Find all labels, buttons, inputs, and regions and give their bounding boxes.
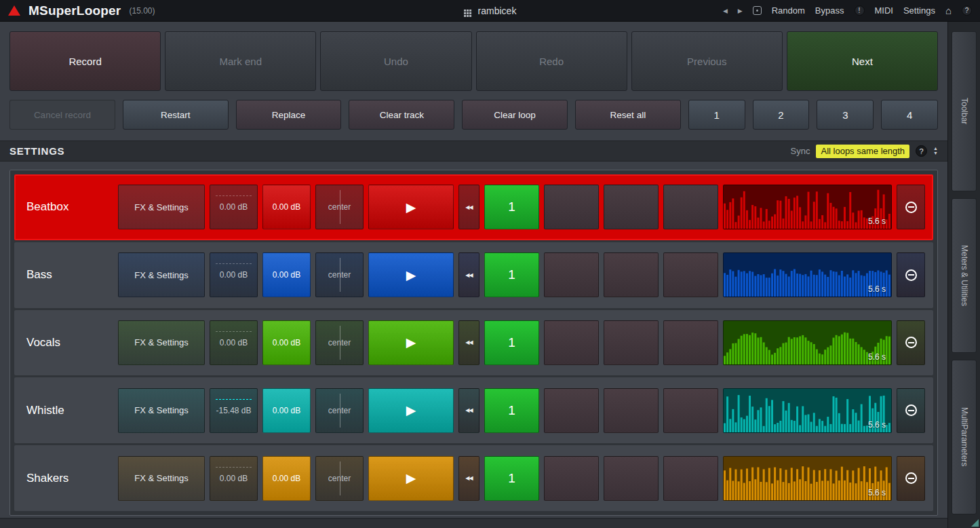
sidebar-panel-multiparameters[interactable]: MultiParameters [952, 360, 977, 514]
fx-settings-button[interactable]: FX & Settings [118, 252, 205, 297]
input-gain-field[interactable]: 0.00 dB [210, 320, 258, 365]
volume-field[interactable]: 0.00 dB [262, 252, 311, 297]
rewind-button[interactable]: ◀◀ [458, 252, 479, 297]
waveform-display[interactable]: 5.6 s [723, 252, 892, 297]
record-button[interactable]: Record [9, 31, 161, 91]
remove-track-button[interactable] [897, 320, 925, 365]
waveform-display[interactable]: 5.6 s [723, 456, 892, 501]
mark-end-button[interactable]: Mark end [165, 31, 316, 91]
next-preset-button[interactable]: ▶ [738, 7, 743, 14]
play-button[interactable]: ▶ [368, 252, 454, 297]
loop-select-4-button[interactable]: 4 [881, 100, 938, 130]
loop-slot-2[interactable] [544, 456, 599, 501]
play-button[interactable]: ▶ [368, 185, 454, 229]
restart-button[interactable]: Restart [123, 100, 229, 130]
bypass-button[interactable]: Bypass [815, 5, 844, 16]
ab-compare-icon[interactable] [753, 6, 762, 15]
next-button[interactable]: Next [787, 31, 938, 91]
remove-track-button[interactable] [897, 252, 925, 297]
loop-select-3-button[interactable]: 3 [817, 100, 874, 130]
loop-slot-1[interactable]: 1 [484, 388, 539, 433]
resize-handle[interactable] [971, 519, 979, 527]
sidebar-panel-toolbar[interactable]: Toolbar [952, 31, 977, 191]
remove-track-button[interactable] [897, 456, 925, 501]
loop-slot-3[interactable] [604, 185, 659, 229]
input-gain-field[interactable]: -15.48 dB [210, 388, 258, 433]
random-button[interactable]: Random [772, 5, 805, 16]
rewind-button[interactable]: ◀◀ [458, 456, 479, 501]
waveform [724, 457, 891, 500]
alert-icon[interactable]: ! [855, 5, 865, 16]
previous-button[interactable]: Previous [631, 31, 783, 91]
fx-settings-button[interactable]: FX & Settings [118, 388, 205, 433]
waveform-display[interactable]: 5.6 s [723, 320, 892, 365]
minus-icon [905, 337, 917, 348]
input-gain-field[interactable]: 0.00 dB [210, 456, 258, 501]
clear-track-button[interactable]: Clear track [349, 100, 454, 130]
pan-field[interactable]: center [315, 320, 364, 365]
melda-logo-icon [8, 5, 20, 16]
play-button[interactable]: ▶ [368, 388, 454, 433]
play-button[interactable]: ▶ [368, 456, 454, 501]
input-gain-field[interactable]: 0.00 dB [210, 185, 258, 229]
previous-preset-button[interactable]: ◀ [723, 7, 728, 14]
loop-slot-1[interactable]: 1 [484, 320, 539, 365]
loop-slot-2[interactable] [544, 320, 599, 365]
loop-slot-2[interactable] [544, 388, 599, 433]
settings-button[interactable]: Settings [903, 5, 935, 16]
loop-slot-2[interactable] [544, 252, 599, 297]
loop-slot-4[interactable] [663, 320, 718, 365]
volume-field[interactable]: 0.00 dB [262, 456, 311, 501]
app-version: (15.00) [129, 6, 155, 16]
undo-button[interactable]: Undo [320, 31, 471, 91]
loop-slot-1[interactable]: 1 [484, 252, 539, 297]
loop-slot-4[interactable] [663, 185, 718, 229]
loop-slot-3[interactable] [604, 456, 659, 501]
play-button[interactable]: ▶ [368, 320, 454, 365]
loop-slot-1[interactable]: 1 [484, 456, 539, 501]
loop-slot-4[interactable] [663, 456, 718, 501]
preset-selector[interactable]: rambicek [464, 5, 517, 16]
remove-track-button[interactable] [897, 388, 925, 433]
rewind-button[interactable]: ◀◀ [458, 185, 479, 229]
fx-settings-button[interactable]: FX & Settings [118, 456, 205, 501]
replace-button[interactable]: Replace [236, 100, 342, 130]
cancel-record-button[interactable]: Cancel record [9, 100, 115, 130]
pan-field[interactable]: center [315, 185, 364, 229]
sync-mode-dropdown[interactable]: All loops same length [816, 145, 909, 158]
track-row: Whistle FX & Settings -15.48 dB 0.00 dB … [14, 377, 933, 443]
loop-slot-3[interactable] [604, 388, 659, 433]
pan-field[interactable]: center [315, 456, 364, 501]
home-icon[interactable]: ⌂ [945, 5, 952, 16]
loop-slot-3[interactable] [604, 320, 659, 365]
waveform-display[interactable]: 5.6 s [723, 185, 892, 229]
loop-slot-3[interactable] [604, 252, 659, 297]
loop-select-2-button[interactable]: 2 [753, 100, 810, 130]
reset-all-button[interactable]: Reset all [575, 100, 681, 130]
clear-loop-button[interactable]: Clear loop [462, 100, 568, 130]
fx-settings-button[interactable]: FX & Settings [118, 185, 205, 229]
loop-slot-4[interactable] [663, 388, 718, 433]
fx-settings-button[interactable]: FX & Settings [118, 320, 205, 365]
sidebar-panel-meters-utilities[interactable]: Meters & Utilities [952, 198, 977, 353]
loop-select-1-button[interactable]: 1 [688, 100, 745, 130]
remove-track-button[interactable] [897, 185, 925, 229]
waveform [724, 389, 891, 432]
loop-slot-4[interactable] [663, 252, 718, 297]
volume-field[interactable]: 0.00 dB [262, 388, 311, 433]
redo-button[interactable]: Redo [476, 31, 627, 91]
midi-button[interactable]: MIDI [875, 5, 893, 16]
pan-field[interactable]: center [315, 252, 364, 297]
pan-field[interactable]: center [315, 388, 364, 433]
rewind-button[interactable]: ◀◀ [458, 388, 479, 433]
loop-slot-2[interactable] [544, 185, 599, 229]
loop-slot-1[interactable]: 1 [484, 185, 539, 229]
sync-help-icon[interactable]: ? [916, 145, 927, 157]
settings-collapse-stepper[interactable]: ▲ ▼ [933, 147, 938, 155]
waveform-display[interactable]: 5.6 s [723, 388, 892, 433]
volume-field[interactable]: 0.00 dB [262, 185, 311, 229]
help-icon[interactable]: ? [962, 5, 972, 16]
rewind-button[interactable]: ◀◀ [458, 320, 479, 365]
volume-field[interactable]: 0.00 dB [262, 320, 311, 365]
input-gain-field[interactable]: 0.00 dB [210, 252, 258, 297]
